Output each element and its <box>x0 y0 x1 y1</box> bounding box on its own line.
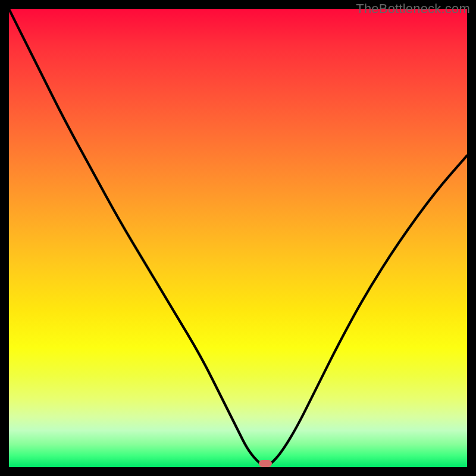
chart-frame: TheBottleneck.com <box>0 0 476 476</box>
minimum-marker <box>259 460 272 467</box>
bottleneck-curve <box>9 9 467 467</box>
plot-area <box>9 9 467 467</box>
watermark-text: TheBottleneck.com <box>356 1 470 17</box>
